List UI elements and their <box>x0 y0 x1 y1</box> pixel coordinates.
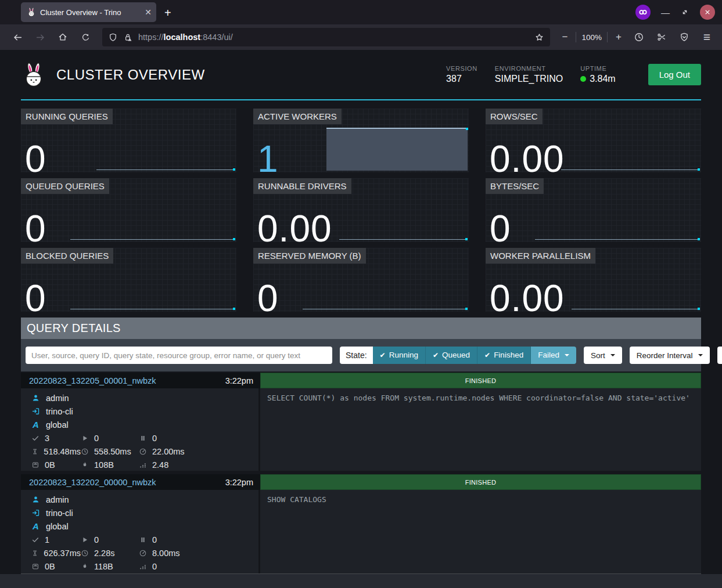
uptime-status-dot <box>580 76 586 82</box>
window-restore-button[interactable] <box>680 8 689 17</box>
version-info: VERSION 387 <box>446 65 477 84</box>
status-badge: FINISHED <box>260 373 701 388</box>
sparkline <box>572 309 699 309</box>
tracking-shield-icon[interactable] <box>108 33 118 42</box>
check-icon: ✔ <box>484 347 490 364</box>
tile-worker-parallelism: WORKER PARALLELISM 0.00 <box>486 248 701 312</box>
page-title: CLUSTER OVERVIEW <box>56 67 205 83</box>
play-icon <box>81 434 89 442</box>
parallelism-icon <box>139 562 147 571</box>
extension-shield-icon[interactable] <box>675 28 694 46</box>
new-tab-button[interactable]: + <box>164 6 171 20</box>
firefox-window: Cluster Overview - Trino ✕ + — https://l… <box>0 0 722 588</box>
show-dropdown[interactable]: Show <box>717 347 722 364</box>
sort-dropdown[interactable]: Sort <box>584 347 622 364</box>
clock-icon <box>81 448 89 456</box>
filter-finished-button[interactable]: ✔Finished <box>477 347 531 364</box>
zoom-level[interactable]: 100% <box>580 33 603 42</box>
sparkline <box>561 169 699 170</box>
state-filter-group: State: ✔Running ✔Queued ✔Finished Failed <box>340 347 576 364</box>
uptime-info: UPTIME 3.84m <box>580 65 615 84</box>
tab-title: Cluster Overview - Trino <box>40 8 141 17</box>
url-text[interactable]: https://localhost:8443/ui/ <box>138 33 529 42</box>
menu-hamburger-icon[interactable]: ≡ <box>698 28 716 46</box>
forward-icon[interactable] <box>31 28 49 46</box>
query-meta: admin trino-cli Aglobal 3 0 0 518.48ms 5… <box>21 388 260 471</box>
sparkline <box>70 239 235 240</box>
sparkline <box>535 239 699 240</box>
gauge-icon <box>139 448 147 456</box>
bookmark-star-icon[interactable] <box>534 33 544 42</box>
reorder-interval-dropdown[interactable]: Reorder Interval <box>630 347 710 364</box>
tab-close-icon[interactable]: ✕ <box>145 8 152 17</box>
check-icon <box>31 536 39 544</box>
history-clock-icon[interactable] <box>630 28 648 46</box>
window-minimize-button[interactable]: — <box>661 8 670 17</box>
logout-button[interactable]: Log Out <box>648 64 701 85</box>
check-icon: ✔ <box>380 347 386 364</box>
trino-logo <box>21 62 46 88</box>
query-id-link[interactable]: 20220823_132205_00001_nwbzk <box>29 376 156 385</box>
play-icon <box>81 536 89 544</box>
query-sql-text: SELECT COUNT(*) as nodes FROM system.run… <box>260 388 701 471</box>
source-icon <box>31 508 40 517</box>
query-filter-bar: State: ✔Running ✔Queued ✔Finished Failed… <box>21 339 701 371</box>
filter-failed-dropdown[interactable]: Failed <box>531 347 576 364</box>
zoom-in-icon[interactable]: + <box>612 31 626 43</box>
check-icon <box>31 434 39 442</box>
query-card: 20220823_132202_00000_nwbzk 3:22pm FINIS… <box>21 474 701 573</box>
filter-running-button[interactable]: ✔Running <box>373 347 426 364</box>
pause-icon <box>139 434 147 442</box>
user-icon <box>31 394 40 402</box>
query-card-header: 20220823_132202_00000_nwbzk 3:22pm FINIS… <box>21 474 701 490</box>
browser-tab[interactable]: Cluster Overview - Trino ✕ <box>21 2 156 22</box>
tile-runnable-drivers: RUNNABLE DRIVERS 0.00 <box>253 178 469 242</box>
gauge-icon <box>139 549 147 557</box>
sparkline <box>70 309 235 309</box>
status-badge: FINISHED <box>260 474 701 490</box>
filter-queued-button[interactable]: ✔Queued <box>426 347 477 364</box>
clock-icon <box>81 549 89 557</box>
resource-group-icon: A <box>31 521 40 531</box>
screenshot-scissors-icon[interactable] <box>652 28 671 46</box>
lock-warning-icon[interactable] <box>123 33 133 42</box>
state-label: State: <box>340 347 373 364</box>
pause-icon <box>139 536 147 544</box>
chevron-down-icon <box>565 354 569 356</box>
query-list: 20220823_132205_00001_nwbzk 3:22pm FINIS… <box>21 373 701 574</box>
flame-icon <box>81 461 89 469</box>
resource-group-icon: A <box>31 420 40 430</box>
window-close-button[interactable] <box>700 5 715 20</box>
chevron-down-icon <box>610 354 615 356</box>
scale-icon <box>31 562 39 571</box>
stat-tiles: RUNNING QUERIES 0 ACTIVE WORKERS 1 ROWS/… <box>21 109 701 312</box>
page-footer <box>0 574 722 588</box>
query-card: 20220823_132205_00001_nwbzk 3:22pm FINIS… <box>21 373 701 471</box>
private-mask-icon[interactable] <box>635 5 651 20</box>
scale-icon <box>31 461 39 469</box>
search-input[interactable] <box>26 347 332 364</box>
tile-running-queries: RUNNING QUERIES 0 <box>21 109 236 172</box>
trino-favicon <box>27 8 36 17</box>
zoom-out-icon[interactable]: − <box>558 31 572 43</box>
chevron-down-icon <box>698 354 703 356</box>
query-details-header: QUERY DETAILS <box>21 318 701 339</box>
query-meta: admin trino-cli Aglobal 1 0 0 626.37ms 2… <box>21 490 260 573</box>
url-bar[interactable]: https://localhost:8443/ui/ <box>102 28 550 46</box>
query-id-link[interactable]: 20220823_132202_00000_nwbzk <box>29 478 156 487</box>
reload-icon[interactable] <box>76 28 95 46</box>
browser-tab-bar: Cluster Overview - Trino ✕ + — <box>0 0 722 24</box>
home-icon[interactable] <box>53 28 72 46</box>
back-icon[interactable] <box>8 28 27 46</box>
sparkline <box>96 169 235 170</box>
tile-bytes-sec: BYTES/SEC 0 <box>486 178 701 242</box>
tile-active-workers: ACTIVE WORKERS 1 <box>253 109 469 172</box>
flame-icon <box>81 562 89 571</box>
environment-info: ENVIRONMENT SIMPLE_TRINO <box>495 65 563 84</box>
tile-reserved-memory: RESERVED MEMORY (B) 0 <box>253 248 469 312</box>
query-sql-text: SHOW CATALOGS <box>260 490 701 573</box>
sparkline <box>339 239 467 240</box>
browser-toolbar: https://localhost:8443/ui/ − 100% + ≡ <box>0 24 722 50</box>
source-icon <box>31 407 40 416</box>
query-card-header: 20220823_132205_00001_nwbzk 3:22pm FINIS… <box>21 373 701 388</box>
